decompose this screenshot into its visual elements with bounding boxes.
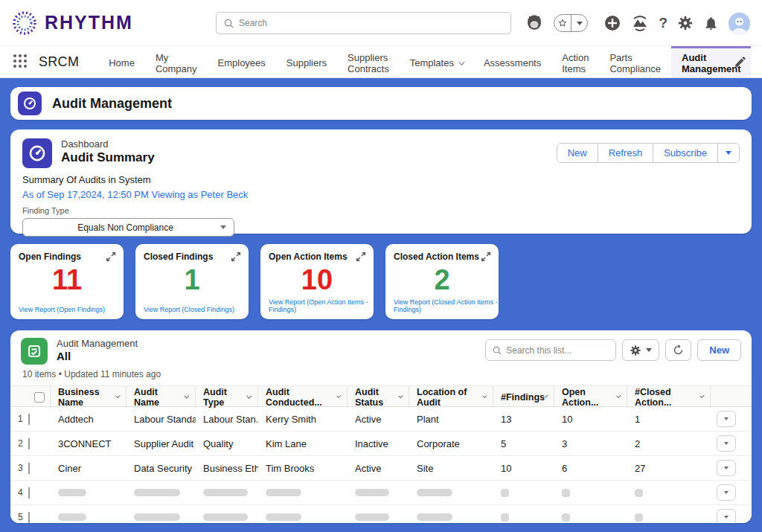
- skeleton-cell: [409, 513, 493, 521]
- metric-value: 10: [269, 263, 365, 296]
- view-report-link[interactable]: View Report (Open Action Items - Finding…: [269, 298, 374, 313]
- row-actions-button[interactable]: [717, 411, 736, 427]
- cell-business-name[interactable]: Ciner: [51, 463, 127, 474]
- dashboard-asof-link[interactable]: As of Sep 17,2024, 12:50 PM Viewing as P…: [22, 189, 740, 200]
- row-checkbox[interactable]: [28, 414, 51, 425]
- tab-suppliers-contracts[interactable]: Suppliers Contracts: [337, 46, 400, 77]
- cell-closed-actions: 1: [627, 414, 711, 425]
- list-controls: New: [485, 339, 741, 361]
- row-actions-button[interactable]: [717, 484, 736, 501]
- select-all-checkbox[interactable]: [28, 386, 51, 408]
- cell-audit-type: Business Ethics: [196, 463, 258, 474]
- finding-type-value: Equals Non Compliance: [31, 222, 220, 233]
- einstein-icon[interactable]: [525, 13, 544, 33]
- skeleton-cell: [493, 489, 554, 497]
- expand-icon[interactable]: [356, 251, 366, 265]
- view-report-link[interactable]: View Report (Closed Action Items - Findi…: [394, 298, 499, 313]
- brand-logo: RHYTHM: [10, 9, 133, 37]
- subscribe-button[interactable]: Subscribe: [653, 144, 718, 162]
- cell-open-actions: 3: [554, 438, 627, 449]
- tab-assessments[interactable]: Assessments: [473, 46, 551, 77]
- view-report-link[interactable]: View Report (Closed Findings): [144, 306, 234, 313]
- notifications-bell-icon[interactable]: [703, 16, 719, 31]
- app-launcher-icon[interactable]: [13, 54, 27, 69]
- list-search-input[interactable]: [506, 345, 609, 356]
- row-actions-button[interactable]: [717, 509, 736, 523]
- global-search[interactable]: [216, 12, 511, 34]
- col-audit-conducted[interactable]: Audit Conducted...: [258, 386, 348, 408]
- metric-value: 2: [394, 263, 490, 296]
- skeleton-cell: [348, 513, 409, 521]
- row-checkbox[interactable]: [28, 512, 51, 523]
- edit-nav-pencil-icon[interactable]: [734, 55, 747, 71]
- list-refresh-button[interactable]: [665, 339, 691, 361]
- new-button[interactable]: New: [557, 144, 598, 162]
- cell-findings: 13: [493, 414, 554, 425]
- tab-suppliers[interactable]: Suppliers: [276, 46, 337, 77]
- row-actions-button[interactable]: [717, 460, 736, 476]
- metric-value: 11: [19, 263, 115, 296]
- cell-business-name[interactable]: Addtech: [51, 414, 127, 425]
- expand-icon[interactable]: [481, 251, 491, 265]
- rhythm-logo-icon: [10, 9, 39, 37]
- col-audit-status[interactable]: Audit Status: [348, 386, 409, 408]
- refresh-button[interactable]: Refresh: [598, 144, 654, 162]
- col-location[interactable]: Location of Audit: [409, 386, 493, 408]
- list-view-name[interactable]: All: [57, 350, 138, 362]
- tab-employees[interactable]: Employees: [208, 46, 276, 77]
- tab-more[interactable]: More: [751, 46, 762, 77]
- header-icons: ?: [525, 0, 750, 46]
- col-open-action[interactable]: Open Action...: [554, 386, 627, 408]
- metric-card-closed-findings: Closed Findings 1 View Report (Closed Fi…: [135, 244, 249, 319]
- page-title: Audit Management: [52, 96, 172, 112]
- caret-down-icon: [646, 348, 652, 352]
- skeleton-cell: [493, 513, 554, 522]
- list-new-button[interactable]: New: [697, 339, 741, 361]
- favorites-control[interactable]: [554, 14, 588, 32]
- trailhead-icon[interactable]: [631, 14, 649, 32]
- list-search[interactable]: [485, 339, 616, 361]
- tab-home[interactable]: Home: [98, 46, 145, 77]
- list-settings-button[interactable]: [622, 339, 659, 361]
- row-checkbox[interactable]: [28, 438, 51, 449]
- row-actions-button[interactable]: [717, 435, 736, 452]
- row-number: 2: [10, 438, 28, 449]
- cell-business-name[interactable]: 3CONNECT: [51, 438, 127, 449]
- metric-title: Open Findings: [19, 251, 115, 262]
- row-checkbox[interactable]: [28, 487, 51, 499]
- table-row-loading: 5: [10, 505, 752, 523]
- user-avatar[interactable]: [729, 13, 750, 34]
- row-number: 3: [10, 463, 28, 473]
- search-icon: [493, 346, 502, 355]
- col-findings[interactable]: #Findings: [493, 386, 554, 408]
- favorites-caret-icon[interactable]: [572, 15, 588, 31]
- expand-icon[interactable]: [231, 251, 241, 265]
- star-icon[interactable]: [554, 15, 572, 31]
- tab-parts-compliance[interactable]: Parts Compliance: [599, 46, 671, 77]
- dashboard-description: Summary Of Audits in System: [22, 174, 740, 185]
- skeleton-cell: [409, 489, 493, 496]
- row-checkbox[interactable]: [28, 463, 51, 474]
- help-icon[interactable]: ?: [659, 15, 667, 31]
- setup-gear-icon[interactable]: [677, 15, 694, 31]
- tab-templates[interactable]: Templates: [400, 46, 473, 77]
- more-actions-caret-button[interactable]: [718, 144, 739, 162]
- col-audit-type[interactable]: Audit Type: [196, 386, 258, 408]
- col-closed-action[interactable]: #Closed Action...: [627, 386, 711, 408]
- tab-action-items[interactable]: Action Items: [551, 46, 599, 77]
- expand-icon[interactable]: [106, 251, 116, 265]
- view-report-link[interactable]: View Report (Open Findings): [19, 306, 105, 313]
- finding-type-select[interactable]: Equals Non Compliance: [22, 218, 234, 237]
- metric-title: Closed Findings: [144, 251, 240, 262]
- col-audit-name[interactable]: Audit Name: [127, 386, 196, 408]
- metric-cards: Open Findings 11 View Report (Open Findi…: [10, 244, 752, 319]
- page-header-card: Audit Management: [10, 87, 752, 120]
- add-icon[interactable]: [603, 14, 621, 32]
- global-search-input[interactable]: [239, 18, 503, 28]
- table-row: 2 3CONNECT Supplier Audit Quality Kim La…: [10, 432, 752, 456]
- search-icon: [224, 19, 234, 28]
- row-number: 5: [10, 512, 28, 522]
- dashboard-gauge-icon: [22, 138, 52, 168]
- col-business-name[interactable]: Business Name: [51, 386, 127, 408]
- tab-my-company[interactable]: My Company: [145, 46, 208, 77]
